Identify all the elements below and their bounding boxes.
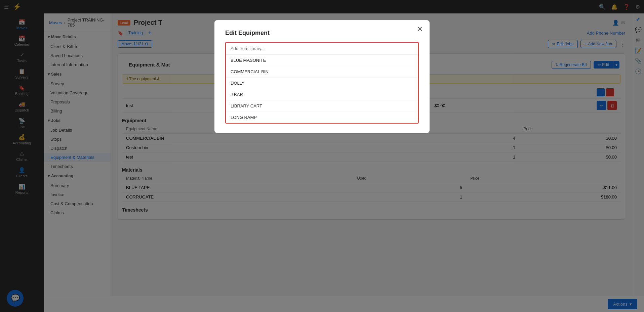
dropdown-item-j-bar[interactable]: J BAR	[226, 89, 418, 100]
modal-close-button[interactable]: ✕	[417, 26, 423, 33]
modal-overlay[interactable]: Edit Equipment ✕ BLUE MASONITE COMMERCIA…	[0, 0, 644, 312]
dropdown-item-dolly[interactable]: DOLLY	[226, 78, 418, 89]
modal-title: Edit Equipment	[225, 30, 419, 37]
dropdown-item-long-ramp[interactable]: LONG RAMP	[226, 112, 418, 123]
dropdown-item-library-cart[interactable]: LIBRARY CART	[226, 100, 418, 112]
dropdown-item-blue-masonite[interactable]: BLUE MASONITE	[226, 55, 418, 66]
edit-equipment-modal: Edit Equipment ✕ BLUE MASONITE COMMERCIA…	[214, 20, 430, 133]
library-search-input[interactable]	[226, 43, 418, 55]
dropdown-list: BLUE MASONITE COMMERCIAL BIN DOLLY J BAR…	[226, 55, 418, 123]
dropdown-item-commercial-bin[interactable]: COMMERCIAL BIN	[226, 66, 418, 78]
search-dropdown-container: BLUE MASONITE COMMERCIAL BIN DOLLY J BAR…	[225, 42, 419, 124]
